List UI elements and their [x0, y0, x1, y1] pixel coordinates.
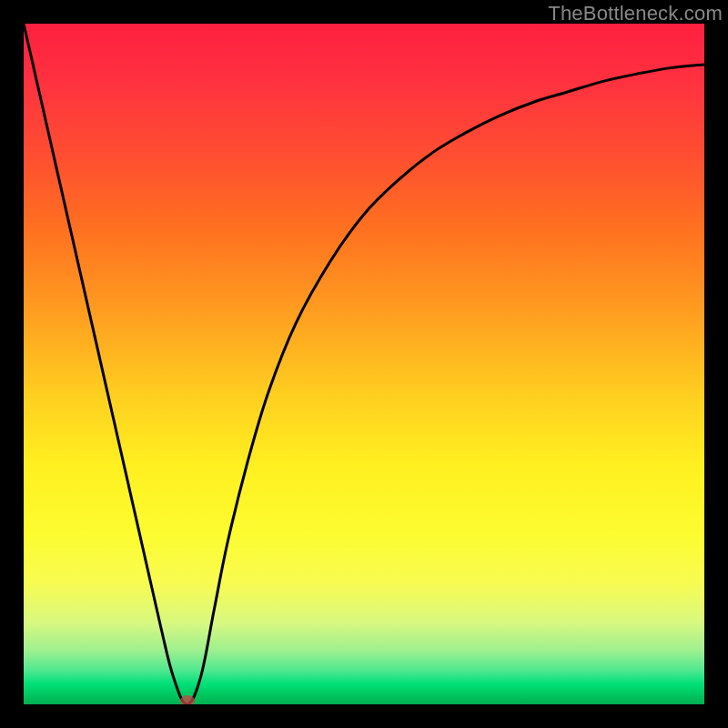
chart-frame: TheBottleneck.com [0, 0, 728, 728]
bottleneck-curve [24, 24, 704, 704]
optimal-point-marker [180, 695, 195, 704]
plot-area [24, 24, 704, 704]
watermark-text: TheBottleneck.com [548, 2, 723, 25]
curve-svg [24, 24, 704, 704]
